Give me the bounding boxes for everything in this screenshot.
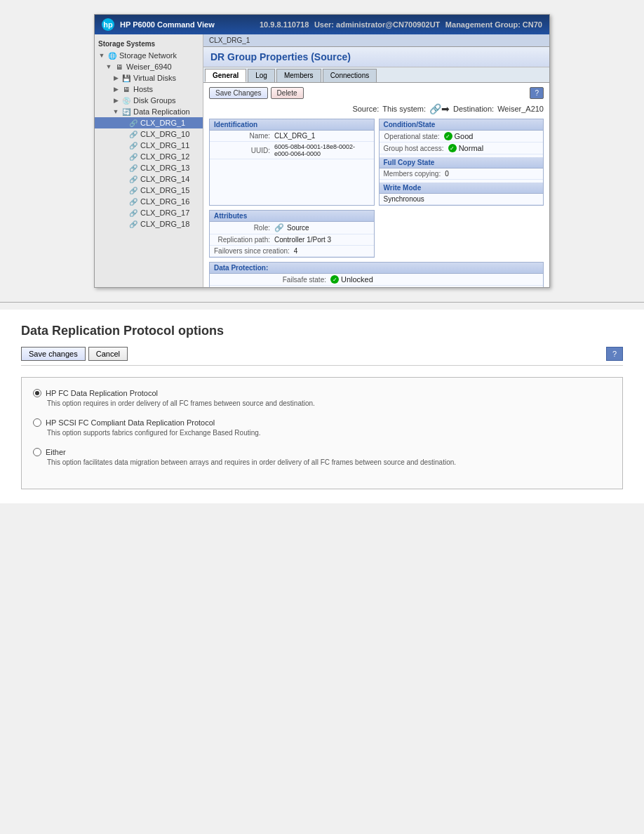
sidebar-item-clx-drg-13[interactable]: 🔗 CLX_DRG_13 (95, 162, 203, 173)
members-label: Members copying: (384, 170, 441, 178)
tab-bar: General Log Members Connections (203, 67, 549, 83)
sidebar-item-clx-drg-16[interactable]: 🔗 CLX_DRG_16 (95, 196, 203, 207)
hp-scsi-radio[interactable] (33, 418, 41, 427)
data-protection-title: Data Protection: (210, 263, 543, 274)
sidebar-item-clx-drg-14[interactable]: 🔗 CLX_DRG_14 (95, 173, 203, 185)
replication-path-label: Replication path: (214, 236, 270, 244)
network-icon: 🌐 (107, 51, 117, 60)
expander-icon: ▶ (112, 97, 119, 104)
identification-title: Identification (210, 119, 374, 131)
hp-fc-label: HP FC Data Replication Protocol (46, 389, 158, 397)
sidebar-item-clx-drg-17[interactable]: 🔗 CLX_DRG_17 (95, 207, 203, 218)
hp-scsi-radio-row: HP SCSI FC Compliant Data Replication Pr… (33, 418, 611, 427)
group-host-label: Group host access: (384, 145, 444, 152)
expander-icon: ▼ (98, 52, 105, 59)
full-copy-title: Full Copy State (380, 157, 544, 168)
failovers-label: Failovers since creation: (214, 247, 290, 255)
action-toolbar: Save Changes Delete ? (209, 87, 544, 99)
tab-log[interactable]: Log (248, 69, 275, 82)
tab-connections[interactable]: Connections (323, 69, 377, 82)
uuid-label: UUID: (214, 147, 270, 154)
data-protection-section: Data Protection: Failsafe state: ✓ Unloc… (209, 262, 544, 287)
tab-members[interactable]: Members (276, 69, 321, 82)
protocol-cancel-button[interactable]: Cancel (88, 347, 128, 361)
failsafe-state-row: Failsafe state: ✓ Unlocked (210, 274, 543, 286)
sidebar-item-disk-groups[interactable]: ▶ 💿 Disk Groups (95, 95, 203, 106)
either-radio-row: Either (33, 448, 611, 456)
replication-icon: 🔄 (121, 107, 131, 116)
failsafe-unavailable-row: Failsafe on unavailable member: Enabled … (210, 286, 543, 287)
sidebar-item-clx-drg-10[interactable]: 🔗 CLX_DRG_10 (95, 128, 203, 140)
expander-icon: ▼ (105, 63, 112, 70)
operational-label: Operational state: (384, 133, 440, 140)
name-value: CLX_DRG_1 (274, 132, 315, 140)
attributes-title: Attributes (210, 211, 374, 222)
write-mode-row: Synchronous (380, 194, 544, 205)
disk-icon: 💾 (121, 74, 131, 82)
sidebar: Storage Systems ▼ 🌐 Storage Network ▼ 🖥 … (95, 34, 203, 287)
expander-icon: ▶ (112, 86, 119, 93)
drg-icon: 🔗 (128, 141, 138, 150)
sidebar-item-storage-network[interactable]: ▼ 🌐 Storage Network (95, 50, 203, 61)
sidebar-item-clx-drg-18[interactable]: 🔗 CLX_DRG_18 (95, 218, 203, 230)
sidebar-item-clx-drg-11[interactable]: 🔗 CLX_DRG_11 (95, 140, 203, 151)
drg-icon: 🔗 (128, 197, 138, 206)
sidebar-item-hosts[interactable]: ▶ 🖥 Hosts (95, 84, 203, 95)
either-description: This option facilitates data migration b… (33, 458, 611, 468)
title-bar-info: 10.9.8.110718 User: administrator@CN7009… (260, 20, 542, 29)
normal-status-icon: ✓ (448, 144, 457, 152)
protocol-toolbar: Save changes Cancel ? (21, 347, 623, 366)
hp-fc-description: This option requires in order delivery o… (33, 399, 611, 409)
protocol-title: Data Replication Protocol options (21, 324, 623, 338)
either-radio[interactable] (33, 448, 41, 456)
disk-group-icon: 💿 (121, 96, 131, 105)
sidebar-item-data-replication[interactable]: ▼ 🔄 Data Replication (95, 106, 203, 117)
unlocked-icon: ✓ (330, 275, 339, 284)
attributes-section: Attributes Role: 🔗 Source Replication pa… (209, 210, 375, 258)
save-changes-button[interactable]: Save Changes (209, 87, 268, 99)
hp-fc-radio-row: HP FC Data Replication Protocol (33, 389, 611, 397)
write-mode-value: Synchronous (384, 195, 424, 203)
role-row: Role: 🔗 Source (210, 222, 374, 234)
section-divider (0, 302, 644, 303)
sidebar-item-virtual-disks[interactable]: ▶ 💾 Virtual Disks (95, 72, 203, 84)
delete-button[interactable]: Delete (271, 87, 304, 99)
expander-icon: ▶ (112, 74, 119, 81)
good-status-icon: ✓ (444, 132, 452, 140)
protocol-help-button[interactable]: ? (606, 347, 623, 361)
condition-state-section: Condition/State Operational state: ✓ Goo… (379, 119, 544, 206)
sidebar-item-clx-drg-12[interactable]: 🔗 CLX_DRG_12 (95, 151, 203, 162)
failsafe-state-label: Failsafe state: (214, 276, 326, 284)
title-bar: hp HP P6000 Command View 10.9.8.110718 U… (95, 15, 549, 34)
tab-general[interactable]: General (205, 69, 246, 82)
drg-icon: 🔗 (128, 186, 138, 194)
hp-logo-icon: hp (102, 18, 114, 31)
name-row: Name: CLX_DRG_1 (210, 131, 374, 142)
sidebar-item-clx-drg-15[interactable]: 🔗 CLX_DRG_15 (95, 185, 203, 196)
help-button[interactable]: ? (530, 87, 544, 99)
destination-value: Weiser_A210 (497, 105, 544, 113)
name-label: Name: (214, 132, 270, 140)
hp-scsi-label: HP SCSI FC Compliant Data Replication Pr… (46, 418, 215, 427)
drg-icon: 🔗 (128, 208, 138, 217)
main-content: CLX_DRG_1 DR Group Properties (Source) G… (203, 34, 549, 287)
protocol-save-button[interactable]: Save changes (21, 347, 86, 361)
group-host-row: Group host access: ✓ Normal (380, 143, 544, 154)
protocol-option-hp-scsi: HP SCSI FC Compliant Data Replication Pr… (33, 418, 611, 438)
failovers-value: 4 (294, 247, 298, 255)
expander-icon: ▼ (112, 108, 119, 115)
condition-title: Condition/State (380, 119, 544, 131)
role-label: Role: (214, 224, 270, 232)
drg-icon: 🔗 (128, 220, 138, 228)
drg-icon: 🔗 (128, 130, 138, 138)
protocol-option-either: Either This option facilitates data migr… (33, 448, 611, 468)
sidebar-header: Storage Systems (95, 38, 203, 50)
content-area: Save Changes Delete ? Source: This syste… (203, 83, 549, 287)
this-system-label: This system: (382, 105, 426, 113)
sidebar-item-clx-drg-1[interactable]: 🔗 CLX_DRG_1 (95, 117, 203, 128)
hp-fc-radio[interactable] (33, 389, 41, 397)
link-icon: 🔗➡ (429, 103, 450, 114)
role-value: Source (287, 224, 309, 232)
protocol-option-hp-fc: HP FC Data Replication Protocol This opt… (33, 389, 611, 409)
sidebar-item-weiser[interactable]: ▼ 🖥 Weiser_6940 (95, 61, 203, 72)
